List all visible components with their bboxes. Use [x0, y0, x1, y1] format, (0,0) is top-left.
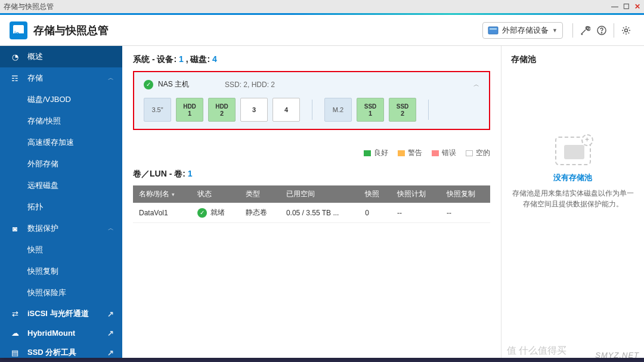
bay-divider [312, 100, 312, 120]
window-title: 存储与快照总管 [4, 2, 54, 12]
chevron-up-icon: ︿ [108, 74, 114, 82]
svg-point-2 [586, 26, 589, 29]
storage-pool-title: 存储池 [511, 54, 634, 65]
sidebar-item-storage-snapshot[interactable]: 存储/快照 [0, 110, 122, 132]
sidebar-item-snapshot[interactable]: 快照 [0, 239, 122, 261]
main-content: 系统 - 设备: 1 , 磁盘: 4 ✓ NAS 主机 SSD: 2, HDD:… [122, 46, 501, 358]
nas-host-label: NAS 主机 [158, 79, 189, 89]
sidebar-item-snapshot-replica[interactable]: 快照复制 [0, 261, 122, 282]
settings-button[interactable] [618, 22, 634, 39]
sidebar-link-hybridmount[interactable]: ☁ HybridMount ↗ [0, 324, 122, 342]
header: 存储与快照总管 外部存储设备 ▼ [0, 15, 644, 46]
sidebar-item-storage[interactable]: ☶ 存储 ︿ [0, 67, 122, 89]
disk-slot[interactable]: SSD1 [357, 98, 384, 122]
sidebar-item-snapshot-vault[interactable]: 快照保险库 [0, 282, 122, 304]
sidebar-item-data-protection[interactable]: ◙ 数据保护 ︿ [0, 218, 122, 239]
col-type[interactable]: 类型 [240, 185, 280, 203]
disk-slot[interactable]: HDD1 [176, 98, 203, 122]
disk-slot[interactable]: SSD2 [389, 98, 416, 122]
disk-slot[interactable]: 4 [273, 98, 300, 122]
volume-section-title: 卷／LUN - 卷: 1 [133, 169, 490, 180]
legend-empty-icon [466, 150, 473, 156]
svg-point-4 [601, 32, 602, 33]
header-divider-2 [614, 23, 614, 38]
storage-icon: ☶ [8, 74, 21, 83]
sidebar-label-storage: 存储 [27, 73, 43, 83]
bay-label-35: 3.5" [144, 98, 171, 122]
svg-rect-0 [488, 27, 498, 34]
nas-disk-summary: SSD: 2, HDD: 2 [225, 81, 275, 89]
nas-host-panel: ✓ NAS 主机 SSD: 2, HDD: 2 ︿ 3.5" HDD1HDD23… [133, 71, 490, 130]
col-name[interactable]: 名称/别名 [133, 185, 191, 203]
disk-slot[interactable]: 3 [240, 98, 268, 122]
bay-divider [428, 100, 429, 120]
status-ok-icon: ✓ [197, 208, 207, 218]
external-link-icon: ↗ [107, 348, 114, 357]
disk-slots: 3.5" HDD1HDD234 M.2 SSD1SSD2 [144, 98, 479, 122]
col-replica[interactable]: 快照复制 [441, 185, 490, 203]
titlebar: 存储与快照总管 — ☐ ✕ [0, 0, 644, 13]
sidebar-item-disks[interactable]: 磁盘/VJBOD [0, 89, 122, 110]
gauge-icon: ◔ [8, 52, 21, 61]
chevron-down-icon: ▼ [552, 27, 558, 33]
table-row[interactable]: DataVol1✓就绪静态卷0.05 / 3.55 TB ...0---- [133, 203, 490, 223]
legend: 良好 警告 错误 空的 [133, 148, 490, 158]
help-button[interactable] [593, 22, 610, 39]
col-snapshot[interactable]: 快照 [359, 185, 391, 203]
external-storage-button[interactable]: 外部存储设备 ▼ [482, 22, 563, 39]
sidebar-item-overview[interactable]: ◔ 概述 [0, 46, 122, 67]
ssd-icon: ▤ [8, 348, 21, 357]
sidebar: ◔ 概述 ☶ 存储 ︿ 磁盘/VJBOD 存储/快照 高速缓存加速 外部存储 远… [0, 46, 122, 358]
sidebar-label-overview: 概述 [27, 51, 43, 62]
chevron-up-icon: ︿ [108, 224, 114, 233]
cloud-icon: ☁ [8, 329, 21, 338]
no-storage-pool-label: 没有存储池 [511, 172, 634, 183]
legend-error-icon [432, 150, 439, 156]
header-divider [572, 23, 573, 38]
minimize-button[interactable]: — [611, 2, 618, 11]
sidebar-label-data-protection: 数据保护 [27, 223, 58, 234]
svg-point-5 [625, 29, 628, 32]
col-used[interactable]: 已用空间 [280, 185, 359, 203]
close-button[interactable]: ✕ [634, 2, 640, 11]
sidebar-link-ssd-tool[interactable]: ▤ SSD 分析工具 ↗ [0, 342, 122, 358]
status-ok-icon: ✓ [144, 80, 153, 89]
system-section-title: 系统 - 设备: 1 , 磁盘: 4 [133, 54, 490, 65]
svg-rect-1 [490, 28, 497, 30]
sidebar-item-topology[interactable]: 拓扑 [0, 196, 122, 218]
bay-label-m2: M.2 [324, 98, 352, 122]
sidebar-item-cache-accel[interactable]: 高速缓存加速 [0, 132, 122, 153]
tools-button[interactable] [577, 22, 593, 39]
external-link-icon: ↗ [107, 310, 114, 318]
sidebar-item-external-storage[interactable]: 外部存储 [0, 153, 122, 175]
iscsi-icon: ⇄ [8, 310, 21, 318]
external-storage-label: 外部存储设备 [502, 25, 549, 36]
maximize-button[interactable]: ☐ [623, 2, 630, 11]
disk-slot[interactable]: HDD2 [208, 98, 236, 122]
storage-pool-empty-icon[interactable] [555, 137, 591, 165]
app-title: 存储与快照总管 [33, 23, 109, 38]
storage-pool-pane: 存储池 没有存储池 存储池是用来集结实体磁盘以作为单一存储空间且提供数据保护能力… [501, 46, 644, 358]
collapse-button[interactable]: ︿ [473, 81, 479, 89]
legend-good-icon [364, 150, 371, 156]
storage-pool-description: 存储池是用来集结实体磁盘以作为单一存储空间且提供数据保护能力。 [511, 188, 634, 209]
sidebar-link-iscsi[interactable]: ⇄ iSCSI 与光纤通道 ↗ [0, 304, 122, 324]
volume-table: 名称/别名 状态 类型 已用空间 快照 快照计划 快照复制 DataVol1✓就… [133, 185, 490, 223]
col-plan[interactable]: 快照计划 [391, 185, 441, 203]
camera-icon: ◙ [8, 224, 21, 233]
external-storage-icon [488, 26, 499, 35]
external-link-icon: ↗ [107, 329, 114, 338]
col-status[interactable]: 状态 [191, 185, 240, 203]
legend-warn-icon [398, 150, 405, 156]
app-icon [10, 21, 27, 39]
sidebar-item-remote-disk[interactable]: 远程磁盘 [0, 175, 122, 196]
